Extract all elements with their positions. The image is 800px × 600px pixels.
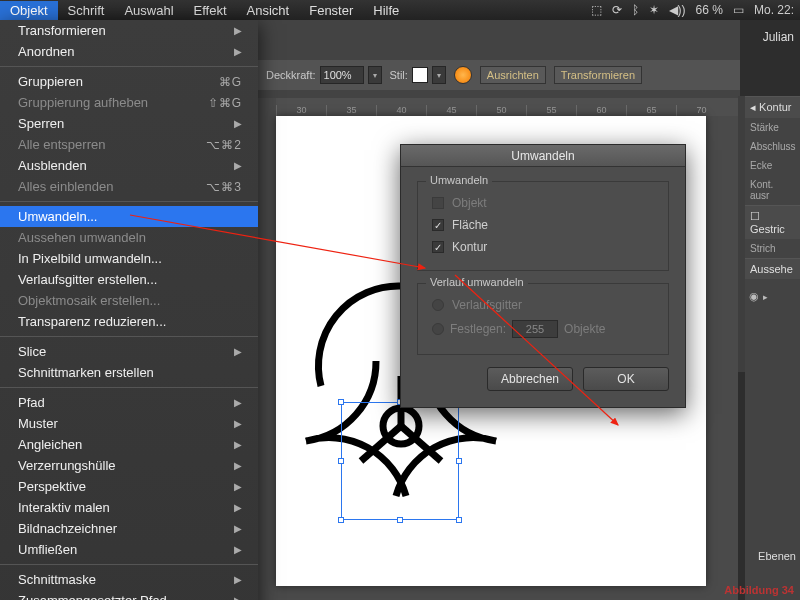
align-button[interactable]: Ausrichten: [480, 66, 546, 84]
style-swatch[interactable]: [412, 67, 428, 83]
group-umwandeln-label: Umwandeln: [426, 174, 492, 186]
right-panel: ◂ Kontur Stärke Abschluss Ecke Kont. aus…: [745, 96, 800, 600]
style-label: Stil:: [390, 69, 408, 81]
menu-item-aussehen-umwandeln: Aussehen umwandeln: [0, 227, 258, 248]
menu-item-schnittmaske[interactable]: Schnittmaske▶: [0, 569, 258, 590]
menu-item-umwandeln-[interactable]: Umwandeln...: [0, 206, 258, 227]
recolor-icon[interactable]: [454, 66, 472, 84]
menu-item-anordnen[interactable]: Anordnen▶: [0, 41, 258, 62]
battery-icon: ▭: [733, 3, 744, 17]
target-icon[interactable]: ▸: [763, 292, 768, 302]
eye-icon[interactable]: ◉: [749, 290, 759, 303]
menu-item-ausblenden[interactable]: Ausblenden▶: [0, 155, 258, 176]
menu-item-verzerrungsh-lle[interactable]: Verzerrungshülle▶: [0, 455, 258, 476]
panel-gestric: ☐ Gestric: [745, 205, 800, 239]
umwandeln-dialog: Umwandeln Umwandeln Objekt ✓Fläche ✓Kont…: [400, 144, 686, 408]
menu-item-schnittmarken-erstellen[interactable]: Schnittmarken erstellen: [0, 362, 258, 383]
selection-box[interactable]: [341, 402, 459, 520]
menu-item-pfad[interactable]: Pfad▶: [0, 392, 258, 413]
festlegen-input: [512, 320, 558, 338]
menu-item-in-pixelbild-umwandeln-[interactable]: In Pixelbild umwandeln...: [0, 248, 258, 269]
transform-button[interactable]: Transformieren: [554, 66, 642, 84]
menu-objekt[interactable]: Objekt: [0, 1, 58, 20]
menu-item-objektmosaik-erstellen-: Objektmosaik erstellen...: [0, 290, 258, 311]
sync-icon: ⟳: [612, 3, 622, 17]
menu-item-umflie-en[interactable]: Umfließen▶: [0, 539, 258, 560]
menu-item-angleichen[interactable]: Angleichen▶: [0, 434, 258, 455]
panel-strich: Strich: [745, 239, 800, 258]
panel-kontausr: Kont. ausr: [745, 175, 800, 205]
battery-text: 66 %: [696, 3, 723, 17]
check-flaeche[interactable]: ✓Fläche: [430, 214, 656, 236]
menu-item-slice[interactable]: Slice▶: [0, 341, 258, 362]
panel-abschluss: Abschluss: [745, 137, 800, 156]
ruler-horizontal: 303540455055606570: [276, 98, 738, 116]
menu-schrift[interactable]: Schrift: [58, 1, 115, 20]
radio-verlaufsgitter: Verlaufsgitter: [430, 294, 656, 316]
menu-item-bildnachzeichner[interactable]: Bildnachzeichner▶: [0, 518, 258, 539]
panel-ecken: Ecke: [745, 156, 800, 175]
menu-item-interaktiv-malen[interactable]: Interaktiv malen▶: [0, 497, 258, 518]
style-dropdown-icon[interactable]: ▾: [432, 66, 446, 84]
user-name: Julian: [763, 30, 794, 44]
clock-text: Mo. 22:: [754, 3, 794, 17]
menu-item-verlaufsgitter-erstellen-[interactable]: Verlaufsgitter erstellen...: [0, 269, 258, 290]
menu-fenster[interactable]: Fenster: [299, 1, 363, 20]
group-verlauf-label: Verlauf umwandeln: [426, 276, 528, 288]
cancel-button[interactable]: Abbrechen: [487, 367, 573, 391]
document-bar: Deckkraft: ▾ Stil: ▾ Ausrichten Transfor…: [258, 20, 740, 98]
menu-item-alle-entsperren: Alle entsperren⌥⌘2: [0, 134, 258, 155]
opacity-dropdown-icon[interactable]: ▾: [368, 66, 382, 84]
objekt-dropdown: Transformieren▶Anordnen▶Gruppieren⌘GGrup…: [0, 20, 258, 600]
menu-item-gruppierung-aufheben: Gruppierung aufheben⇧⌘G: [0, 92, 258, 113]
panel-staerke: Stärke: [745, 118, 800, 137]
group-verlauf: Verlauf umwandeln Verlaufsgitter Festleg…: [417, 283, 669, 355]
menu-ansicht[interactable]: Ansicht: [237, 1, 300, 20]
panel-aussehen-header[interactable]: Aussehe: [745, 258, 800, 279]
opacity-input[interactable]: [320, 66, 364, 84]
menu-item-zusammengesetzter-pfad[interactable]: Zusammengesetzter Pfad▶: [0, 590, 258, 600]
check-objekt: Objekt: [430, 192, 656, 214]
group-umwandeln: Umwandeln Objekt ✓Fläche ✓Kontur: [417, 181, 669, 271]
panel-kontur-header[interactable]: ◂ Kontur: [745, 96, 800, 118]
figure-caption: Abbildung 34: [724, 584, 794, 596]
dialog-title: Umwandeln: [401, 145, 685, 167]
wifi-icon: ✶: [649, 3, 659, 17]
menu-item-gruppieren[interactable]: Gruppieren⌘G: [0, 71, 258, 92]
menu-hilfe[interactable]: Hilfe: [363, 1, 409, 20]
menu-item-muster[interactable]: Muster▶: [0, 413, 258, 434]
menu-effekt[interactable]: Effekt: [184, 1, 237, 20]
menu-item-transformieren[interactable]: Transformieren▶: [0, 20, 258, 41]
opacity-label: Deckkraft:: [266, 69, 316, 81]
menubar: Objekt Schrift Auswahl Effekt Ansicht Fe…: [0, 0, 800, 20]
menu-item-sperren[interactable]: Sperren▶: [0, 113, 258, 134]
bluetooth-icon: ᛒ: [632, 3, 639, 17]
menu-item-perspektive[interactable]: Perspektive▶: [0, 476, 258, 497]
options-bar: Deckkraft: ▾ Stil: ▾ Ausrichten Transfor…: [258, 60, 740, 90]
dropbox-icon: ⬚: [591, 3, 602, 17]
menu-item-alles-einblenden: Alles einblenden⌥⌘3: [0, 176, 258, 197]
layers-label[interactable]: Ebenen: [758, 550, 796, 562]
check-kontur[interactable]: ✓Kontur: [430, 236, 656, 258]
radio-festlegen: Festlegen: Objekte: [430, 316, 656, 342]
menu-item-transparenz-reduzieren-[interactable]: Transparenz reduzieren...: [0, 311, 258, 332]
status-area: ⬚ ⟳ ᛒ ✶ ◀)) 66 % ▭ Mo. 22:: [591, 3, 800, 17]
menu-auswahl[interactable]: Auswahl: [114, 1, 183, 20]
volume-icon: ◀)): [669, 3, 686, 17]
ok-button[interactable]: OK: [583, 367, 669, 391]
